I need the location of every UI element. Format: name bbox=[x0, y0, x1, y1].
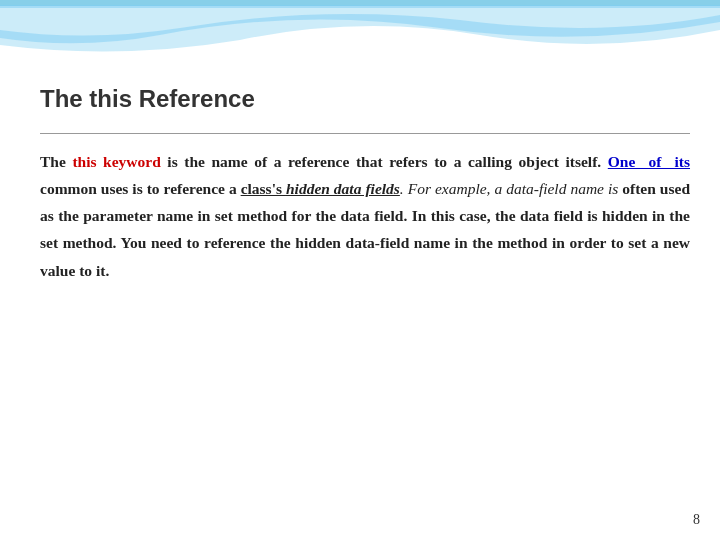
svg-rect-1 bbox=[0, 5, 720, 8]
slide-content: The this Reference The this keyword is t… bbox=[40, 85, 690, 500]
class-hidden-fields: class's hidden data fields bbox=[241, 180, 400, 197]
wave-header bbox=[0, 0, 720, 70]
body-paragraph: The this keyword is the name of a refere… bbox=[40, 148, 690, 284]
this-keyword: this keyword bbox=[72, 153, 160, 170]
title-divider bbox=[40, 133, 690, 134]
for-example: . For example, a data-field name is bbox=[400, 180, 618, 197]
slide-body: The this keyword is the name of a refere… bbox=[40, 148, 690, 284]
one-of-its-link: One of its bbox=[608, 153, 690, 170]
slide-title: The this Reference bbox=[40, 85, 690, 113]
page-number: 8 bbox=[693, 512, 700, 528]
